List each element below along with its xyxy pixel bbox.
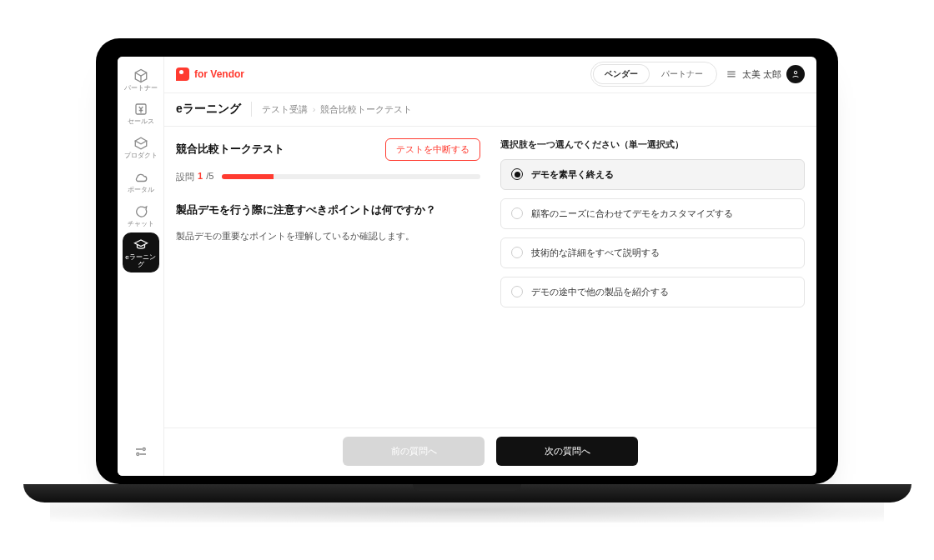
content: 競合比較トークテスト テストを中断する 設問 1/5 [164,127,816,428]
app-header: for Vendor ベンダー パートナー 太美 太郎 [164,57,816,93]
segmented-partner[interactable]: パートナー [650,64,715,84]
progress: 設問 1/5 [176,171,480,183]
laptop-frame: パートナー セールス プロダクト ポータル [0,0,934,560]
sidebar-item-label: セールス [128,118,154,126]
abort-test-button[interactable]: テストを中断する [385,138,480,161]
chat-icon [133,204,148,219]
segmented-vendor[interactable]: ベンダー [593,64,650,84]
answers-panel: 選択肢を一つ選んでください（単一選択式） デモを素早く終える 顧客のニーズに合わ… [500,138,805,421]
answer-option[interactable]: 顧客のニーズに合わせてデモをカスタマイズする [500,198,805,229]
menu-lines-icon [726,68,737,80]
box-icon [133,136,148,151]
answer-option-label: 顧客のニーズに合わせてデモをカスタマイズする [531,208,733,220]
radio-icon [511,168,523,180]
role-segmented: ベンダー パートナー [590,62,717,87]
sidebar-item-label: プロダクト [124,152,158,160]
sidebar-item-sales[interactable]: セールス [123,97,159,129]
test-title: 競合比較トークテスト [176,142,284,157]
breadcrumb-item: 競合比較トークテスト [320,103,412,116]
sidebar-item-chat[interactable]: チャット [123,199,159,232]
breadcrumb: テスト受講 › 競合比較トークテスト [262,103,413,116]
avatar [786,65,805,83]
sidebar-item-label: チャット [128,221,154,228]
prev-question-button[interactable]: 前の質問へ [343,437,485,466]
answer-option[interactable]: デモの途中で他の製品を紹介する [500,277,805,308]
radio-icon [511,247,523,258]
question-text: 製品デモを行う際に注意すべきポイントは何ですか？ [176,202,480,218]
page-title: eラーニング [176,102,241,117]
answer-option-label: デモを素早く終える [531,168,614,181]
progress-bar [222,174,480,179]
user-menu[interactable]: 太美 太郎 [726,65,805,83]
sliders-icon [133,444,148,459]
footer-nav: 前の質問へ 次の質問へ [164,428,816,476]
progress-total: /5 [206,171,213,183]
chevron-right-icon: › [313,104,316,114]
app-screen: パートナー セールス プロダクト ポータル [118,57,816,476]
next-question-button[interactable]: 次の質問へ [496,437,638,466]
breadcrumb-item[interactable]: テスト受講 [262,103,308,116]
sidebar-item-label: パートナー [124,85,158,92]
cloud-icon [133,170,148,185]
main-column: for Vendor ベンダー パートナー 太美 太郎 [164,57,816,476]
progress-current: 1 [198,171,203,183]
answers-title: 選択肢を一つ選んでください（単一選択式） [500,138,805,151]
titlebar: eラーニング テスト受講 › 競合比較トークテスト [164,93,816,127]
answer-option-label: 技術的な詳細をすべて説明する [531,247,660,259]
sidebar-item-elearning[interactable]: eラーニング [123,232,159,272]
svg-point-2 [136,452,138,455]
sidebar-item-label: ポータル [128,187,154,194]
progress-label: 設問 [176,171,194,183]
sidebar-item-partner[interactable]: パートナー [123,63,159,96]
yen-card-icon [133,102,148,117]
brand-text: for Vendor [194,68,244,80]
question-panel: 競合比較トークテスト テストを中断する 設問 1/5 [176,138,480,421]
answer-option[interactable]: デモを素早く終える [500,159,805,190]
answer-option-label: デモの途中で他の製品を紹介する [531,286,669,298]
svg-point-3 [794,71,797,74]
sidebar: パートナー セールス プロダクト ポータル [118,57,164,476]
divider [251,102,252,117]
svg-point-1 [143,448,145,450]
user-name: 太美 太郎 [742,68,781,81]
cube-icon [133,68,148,83]
sidebar-item-product[interactable]: プロダクト [123,131,159,163]
radio-icon [511,208,523,219]
graduation-cap-icon [133,238,148,252]
logo-icon [176,68,189,81]
laptop-base [23,484,911,502]
question-description: 製品デモの重要なポイントを理解しているか確認します。 [176,229,480,244]
brand: for Vendor [176,68,244,81]
answer-option[interactable]: 技術的な詳細をすべて説明する [500,238,805,268]
sidebar-item-portal[interactable]: ポータル [123,165,159,198]
laptop-bezel: パートナー セールス プロダクト ポータル [96,38,838,484]
person-icon [791,69,801,79]
radio-icon [511,286,523,298]
progress-fill [222,174,274,179]
sidebar-settings[interactable] [123,441,159,462]
sidebar-item-label: eラーニング [123,254,159,269]
